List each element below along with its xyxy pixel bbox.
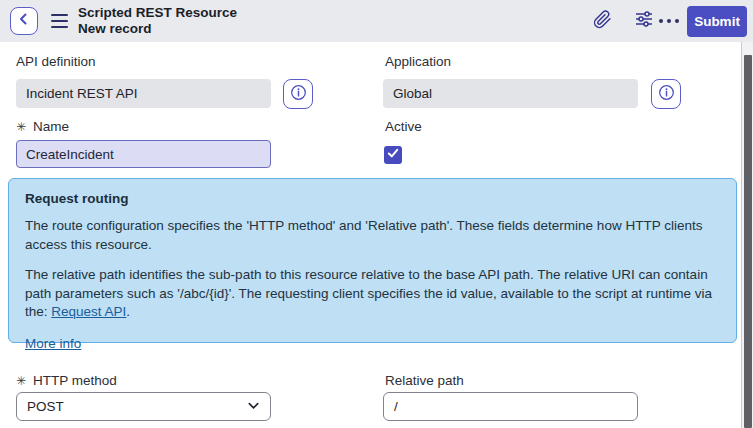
scripted-rest-resource-form: Scripted REST Resource New record Submit… bbox=[0, 0, 753, 428]
personalize-form-button[interactable] bbox=[634, 11, 654, 31]
more-info-link[interactable]: More info bbox=[25, 335, 81, 353]
sliders-icon bbox=[635, 10, 653, 32]
panel-paragraph-2: The relative path identifies the sub-pat… bbox=[25, 266, 720, 322]
attachment-button[interactable] bbox=[592, 11, 612, 31]
relative-path-field[interactable] bbox=[383, 392, 638, 421]
ellipsis-icon bbox=[659, 19, 663, 23]
application-field[interactable] bbox=[383, 79, 638, 108]
name-field[interactable] bbox=[16, 140, 271, 168]
api-definition-label: API definition bbox=[16, 54, 96, 69]
active-checkbox[interactable] bbox=[384, 146, 402, 164]
page-title: Scripted REST Resource New record bbox=[78, 5, 237, 37]
checkmark-icon bbox=[386, 146, 400, 164]
api-definition-info-button[interactable] bbox=[283, 79, 313, 109]
active-label: Active bbox=[385, 119, 422, 134]
http-method-selected-value: POST bbox=[27, 399, 64, 414]
http-method-label: ✳ HTTP method bbox=[16, 373, 117, 388]
paperclip-icon bbox=[593, 10, 612, 33]
context-menu-icon[interactable] bbox=[51, 14, 68, 28]
name-label: ✳ Name bbox=[16, 119, 69, 134]
scrollbar-thumb[interactable] bbox=[744, 55, 752, 428]
request-api-link[interactable]: Request API bbox=[51, 304, 126, 319]
more-options-button[interactable] bbox=[658, 13, 680, 29]
application-info-button[interactable] bbox=[651, 79, 681, 109]
form-header: Scripted REST Resource New record Submit bbox=[0, 0, 753, 42]
chevron-down-icon bbox=[247, 399, 260, 415]
panel-paragraph-1: The route configuration specifies the 'H… bbox=[25, 217, 720, 254]
info-icon bbox=[290, 84, 307, 105]
info-icon bbox=[658, 84, 675, 105]
record-type-title: Scripted REST Resource bbox=[78, 5, 237, 21]
application-label: Application bbox=[385, 54, 451, 69]
panel-title: Request routing bbox=[25, 191, 720, 206]
back-button[interactable] bbox=[10, 7, 38, 35]
required-marker-icon: ✳ bbox=[16, 120, 26, 134]
api-definition-field[interactable] bbox=[16, 79, 271, 108]
relative-path-label: Relative path bbox=[385, 373, 464, 388]
record-subtitle: New record bbox=[78, 21, 237, 37]
request-routing-panel: Request routing The route configuration … bbox=[8, 178, 737, 343]
chevron-left-icon bbox=[17, 12, 31, 30]
submit-button[interactable]: Submit bbox=[687, 6, 747, 37]
required-marker-icon: ✳ bbox=[16, 374, 26, 388]
scrollbar[interactable] bbox=[742, 42, 753, 428]
http-method-select[interactable]: POST bbox=[16, 392, 271, 421]
